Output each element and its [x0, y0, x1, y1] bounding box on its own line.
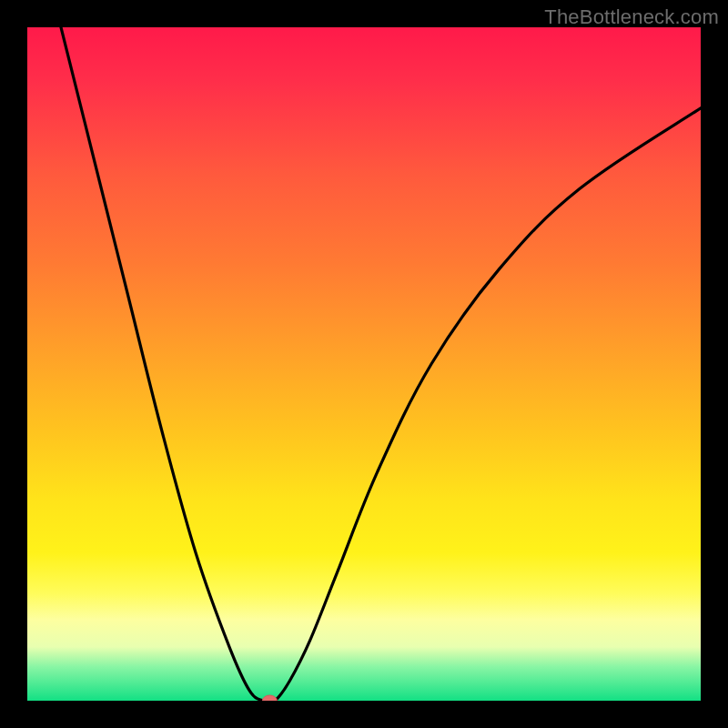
- bottleneck-curve: [61, 27, 701, 701]
- watermark-text: TheBottleneck.com: [544, 5, 719, 29]
- chart-frame: TheBottleneck.com: [0, 0, 728, 728]
- plot-area: [27, 27, 701, 701]
- minimum-marker: [262, 695, 277, 701]
- curve-svg: [27, 27, 701, 701]
